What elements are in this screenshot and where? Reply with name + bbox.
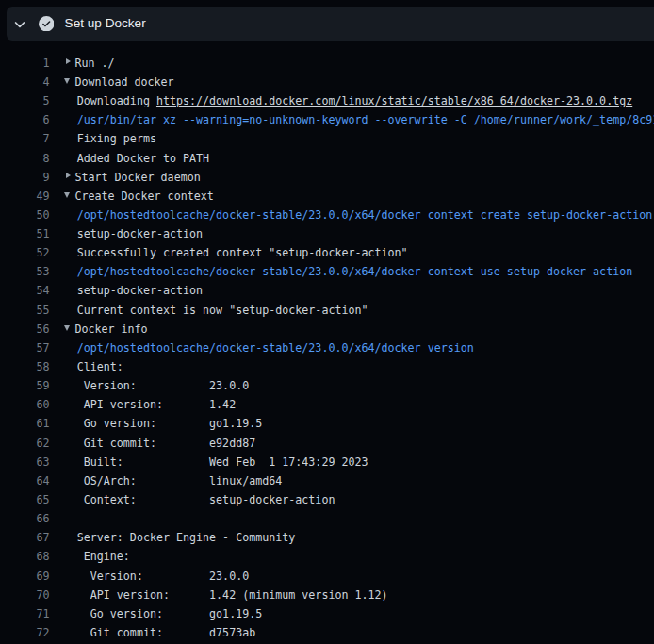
log-line-61: 61 Go version: go1.19.5 <box>0 414 654 433</box>
log-group-header[interactable]: Start Docker daemon <box>64 168 201 187</box>
line-number[interactable]: 66 <box>0 509 50 528</box>
log-text: OS/Arch: linux/amd64 <box>64 471 283 490</box>
log-line-6: 6 /usr/bin/tar xz --warning=no-unknown-k… <box>0 110 654 129</box>
log-text: Built: Wed Feb 1 17:43:29 2023 <box>64 453 368 471</box>
log-line-53: 53 /opt/hostedtoolcache/docker-stable/23… <box>0 262 654 281</box>
log-text: Version: 23.0.0 <box>64 376 250 395</box>
line-number[interactable]: 50 <box>0 206 50 224</box>
log-text: Server: Docker Engine - Community <box>64 528 296 547</box>
log-line-72: 72 Git commit: d7573ab <box>0 623 654 642</box>
log-line-4: 4Download docker <box>0 73 654 91</box>
step-title: Set up Docker <box>65 16 146 30</box>
line-number[interactable]: 60 <box>0 395 50 414</box>
triangle-collapsed-icon[interactable] <box>64 66 75 67</box>
log-line-67: 67 Server: Docker Engine - Community <box>0 528 654 547</box>
log-text-prefix: Downloading <box>64 94 156 107</box>
log-line-55: 55 Current context is now "setup-docker-… <box>0 301 654 320</box>
log-line-7: 7 Fixing perms <box>0 129 654 148</box>
log-text: Fixing perms <box>64 129 156 148</box>
line-number[interactable]: 4 <box>0 73 50 91</box>
log-line-52: 52 Successfully created context "setup-d… <box>0 243 654 262</box>
log-group-title: Create Docker context <box>74 190 213 203</box>
log-line-57: 57 /opt/hostedtoolcache/docker-stable/23… <box>0 339 654 357</box>
log-text: Client: <box>64 357 123 376</box>
line-number[interactable]: 57 <box>0 339 50 357</box>
log-command-text: /opt/hostedtoolcache/docker-stable/23.0.… <box>64 339 474 357</box>
log-line-63: 63 Built: Wed Feb 1 17:43:29 2023 <box>0 453 654 471</box>
line-number[interactable]: 56 <box>0 320 50 339</box>
log-line-9: 9Start Docker daemon <box>0 168 654 187</box>
log-group-header[interactable]: Download docker <box>64 73 174 91</box>
line-number[interactable]: 6 <box>0 110 50 129</box>
log-group-title: Download docker <box>74 75 173 89</box>
log-line-66: 66 <box>0 509 654 528</box>
check-circle-icon <box>39 16 55 32</box>
triangle-collapsed-icon[interactable] <box>64 180 75 181</box>
line-number[interactable]: 64 <box>0 471 50 490</box>
log-group-header[interactable]: Create Docker context <box>64 187 214 206</box>
log-line-8: 8 Added Docker to PATH <box>0 149 654 168</box>
log-text: setup-docker-action <box>64 224 203 243</box>
log-area: 1Run ./4Download docker5 Downloading htt… <box>0 54 654 642</box>
line-number[interactable]: 72 <box>0 623 50 642</box>
line-number[interactable]: 65 <box>0 490 50 509</box>
line-number[interactable]: 49 <box>0 187 50 206</box>
log-line-1: 1Run ./ <box>0 54 654 73</box>
log-text: Added Docker to PATH <box>64 149 209 168</box>
log-group-title: Docker info <box>74 322 147 336</box>
line-number[interactable]: 59 <box>0 376 50 395</box>
download-url-link[interactable]: https://download.docker.com/linux/static… <box>156 94 632 107</box>
log-text: API version: 1.42 <box>64 395 236 414</box>
line-number[interactable]: 53 <box>0 262 50 281</box>
triangle-expanded-icon[interactable] <box>64 85 75 86</box>
triangle-expanded-icon[interactable] <box>64 332 75 333</box>
line-number[interactable]: 55 <box>0 301 50 320</box>
line-number[interactable]: 70 <box>0 586 50 604</box>
log-line-62: 62 Git commit: e92dd87 <box>0 434 654 453</box>
log-text: setup-docker-action <box>64 281 203 300</box>
log-line-65: 65 Context: setup-docker-action <box>0 490 654 509</box>
line-number[interactable]: 8 <box>0 149 50 168</box>
line-number[interactable]: 51 <box>0 224 50 243</box>
log-line-49: 49Create Docker context <box>0 187 654 206</box>
line-number[interactable]: 67 <box>0 528 50 547</box>
log-command-text: /opt/hostedtoolcache/docker-stable/23.0.… <box>64 262 633 281</box>
chevron-down-icon[interactable] <box>12 17 27 32</box>
log-command-text: /opt/hostedtoolcache/docker-stable/23.0.… <box>64 206 653 224</box>
log-text: Git commit: d7573ab <box>64 623 256 642</box>
line-number[interactable]: 52 <box>0 243 50 262</box>
line-number[interactable]: 54 <box>0 281 50 300</box>
log-text: Context: setup-docker-action <box>64 490 335 509</box>
line-number[interactable]: 7 <box>0 129 50 148</box>
line-number[interactable]: 1 <box>0 54 50 73</box>
log-group-title: Run ./ <box>74 57 114 70</box>
log-group-title: Start Docker daemon <box>74 171 200 184</box>
log-line-69: 69 Version: 23.0.0 <box>0 567 654 586</box>
log-command-text: /usr/bin/tar xz --warning=no-unknown-key… <box>64 110 654 129</box>
log-text: Go version: go1.19.5 <box>64 414 263 433</box>
line-number[interactable]: 68 <box>0 547 50 566</box>
log-group-header[interactable]: Run ./ <box>64 54 115 73</box>
step-header[interactable]: Set up Docker <box>7 7 654 41</box>
line-number[interactable]: 71 <box>0 604 50 623</box>
log-line-59: 59 Version: 23.0.0 <box>0 376 654 395</box>
log-text: Version: 23.0.0 <box>64 567 250 586</box>
line-number[interactable]: 9 <box>0 168 50 187</box>
line-number[interactable]: 58 <box>0 357 50 376</box>
line-number[interactable]: 69 <box>0 567 50 586</box>
line-number[interactable]: 5 <box>0 91 50 110</box>
log-group-header[interactable]: Docker info <box>64 320 148 339</box>
log-line-5: 5 Downloading https://download.docker.co… <box>0 91 654 110</box>
log-text: API version: 1.42 (minimum version 1.12) <box>64 586 388 604</box>
line-number[interactable]: 62 <box>0 434 50 453</box>
log-line-68: 68 Engine: <box>0 547 654 566</box>
log-text: Successfully created context "setup-dock… <box>64 243 408 262</box>
log-line-56: 56Docker info <box>0 320 654 339</box>
log-text: Go version: go1.19.5 <box>64 604 263 623</box>
triangle-expanded-icon[interactable] <box>64 199 75 200</box>
log-line-50: 50 /opt/hostedtoolcache/docker-stable/23… <box>0 206 654 224</box>
line-number[interactable]: 63 <box>0 453 50 471</box>
log-text: Current context is now "setup-docker-act… <box>64 301 368 320</box>
log-line-54: 54 setup-docker-action <box>0 281 654 300</box>
line-number[interactable]: 61 <box>0 414 50 433</box>
